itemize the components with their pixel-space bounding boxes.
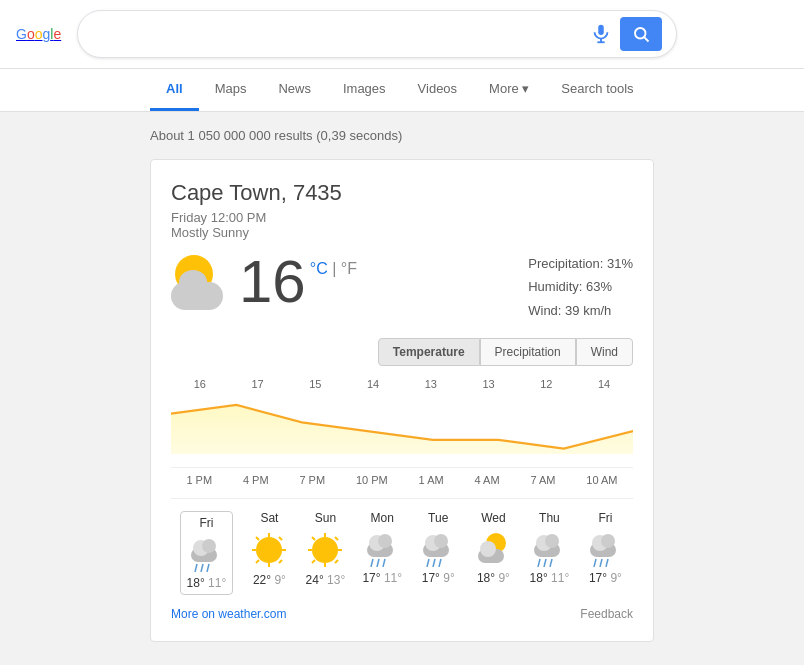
cloud-icon	[171, 282, 223, 310]
svg-point-38	[434, 534, 448, 548]
svg-line-4	[645, 37, 649, 41]
forecast-day-sat[interactable]: Sat 22° 9°	[250, 511, 288, 595]
result-stats: About 1 050 000 000 results (0,39 second…	[150, 128, 654, 143]
svg-point-8	[202, 539, 216, 553]
svg-line-10	[201, 564, 203, 572]
tab-videos[interactable]: Videos	[402, 69, 474, 111]
svg-point-21	[312, 537, 338, 563]
forecast-day-fri2[interactable]: Fri 17° 9°	[586, 511, 624, 595]
svg-line-11	[207, 564, 209, 572]
svg-point-53	[601, 534, 615, 548]
forecast-day-wed[interactable]: Wed 18° 9°	[474, 511, 512, 595]
svg-rect-0	[598, 25, 604, 35]
logo-g: G	[16, 26, 27, 42]
logo-e: e	[53, 26, 61, 42]
metric-tabs: Temperature Precipitation Wind	[171, 338, 633, 366]
weather-card: Cape Town, 7435 Friday 12:00 PM Mostly S…	[150, 159, 654, 642]
logo-o1: o	[27, 26, 35, 42]
nav-tabs: All Maps News Images Videos More ▾ Searc…	[0, 69, 804, 112]
svg-point-3	[635, 28, 646, 39]
tue-weather-icon	[419, 531, 457, 567]
weather-right: Precipitation: 31% Humidity: 63% Wind: 3…	[528, 252, 633, 322]
svg-line-26	[312, 537, 315, 540]
weather-left: 16 °C | °F	[171, 252, 357, 312]
weather-location: Cape Town, 7435	[171, 180, 633, 206]
svg-point-12	[256, 537, 282, 563]
svg-point-32	[378, 534, 392, 548]
svg-line-39	[427, 559, 429, 567]
svg-line-19	[256, 560, 259, 563]
svg-line-50	[550, 559, 552, 567]
mon-weather-icon	[363, 531, 401, 567]
forecast-day-fri-active[interactable]: Fri 18° 11°	[180, 511, 234, 595]
chart-area: 16 17 15 14 13 13 12 14	[171, 378, 633, 468]
svg-line-17	[256, 537, 259, 540]
mic-icon[interactable]	[590, 23, 612, 45]
google-logo[interactable]: Google	[16, 26, 61, 42]
unit-separator: |	[332, 260, 341, 277]
tab-news[interactable]: News	[262, 69, 327, 111]
svg-point-47	[545, 534, 559, 548]
svg-line-29	[335, 560, 338, 563]
svg-line-9	[195, 564, 197, 572]
svg-line-56	[606, 559, 608, 567]
weather-main: 16 °C | °F Precipitation: 31% Humidity: …	[171, 252, 633, 322]
svg-line-20	[279, 560, 282, 563]
tab-maps[interactable]: Maps	[199, 69, 263, 111]
fri-weather-icon	[187, 536, 225, 572]
forecast-day-tue[interactable]: Tue 17° 9°	[419, 511, 457, 595]
svg-line-27	[335, 537, 338, 540]
svg-line-49	[544, 559, 546, 567]
search-bar: weather	[77, 10, 677, 58]
fahrenheit-link[interactable]: °F	[341, 260, 357, 277]
weather-footer: More on weather.com Feedback	[171, 607, 633, 621]
forecast-day-thu[interactable]: Thu 18° 11°	[530, 511, 570, 595]
temperature-display: 16	[239, 252, 306, 312]
sun-weather-icon	[306, 531, 344, 569]
header: Google weather	[0, 0, 804, 69]
search-button[interactable]	[620, 17, 662, 51]
svg-line-33	[371, 559, 373, 567]
tab-images[interactable]: Images	[327, 69, 402, 111]
more-weather-link[interactable]: More on weather.com	[171, 607, 286, 621]
svg-line-35	[383, 559, 385, 567]
svg-marker-5	[171, 405, 633, 454]
tab-all[interactable]: All	[150, 69, 199, 111]
weather-condition: Mostly Sunny	[171, 225, 633, 240]
weather-time: Friday 12:00 PM	[171, 210, 633, 225]
metric-tab-wind[interactable]: Wind	[576, 338, 633, 366]
svg-line-28	[312, 560, 315, 563]
forecast-day-mon[interactable]: Mon 17° 11°	[362, 511, 402, 595]
fri2-weather-icon	[586, 531, 624, 567]
search-input[interactable]: weather	[92, 25, 590, 43]
weather-icon	[171, 255, 231, 310]
svg-line-34	[377, 559, 379, 567]
main-content: About 1 050 000 000 results (0,39 second…	[0, 112, 804, 658]
svg-line-48	[538, 559, 540, 567]
chart-temp-labels: 16 17 15 14 13 13 12 14	[171, 378, 633, 390]
svg-point-44	[480, 541, 496, 557]
sat-weather-icon	[250, 531, 288, 569]
temp-units: °C | °F	[310, 260, 357, 278]
svg-line-40	[433, 559, 435, 567]
search-icon	[632, 25, 650, 43]
svg-line-41	[439, 559, 441, 567]
forecast-day-sun[interactable]: Sun 24° 13°	[306, 511, 346, 595]
wind-info: Wind: 39 km/h	[528, 299, 633, 322]
wed-weather-icon	[474, 531, 512, 567]
metric-tab-precipitation[interactable]: Precipitation	[480, 338, 576, 366]
svg-line-55	[600, 559, 602, 567]
celsius-link[interactable]: °C	[310, 260, 328, 277]
metric-tab-temperature[interactable]: Temperature	[378, 338, 480, 366]
tab-search-tools[interactable]: Search tools	[545, 69, 649, 111]
svg-line-54	[594, 559, 596, 567]
humidity-info: Humidity: 63%	[528, 275, 633, 298]
svg-line-18	[279, 537, 282, 540]
chart-time-labels: 1 PM 4 PM 7 PM 10 PM 1 AM 4 AM 7 AM 10 A…	[171, 474, 633, 486]
precipitation-info: Precipitation: 31%	[528, 252, 633, 275]
feedback-link[interactable]: Feedback	[580, 607, 633, 621]
temperature-chart	[171, 394, 633, 454]
thu-weather-icon	[530, 531, 568, 567]
tab-more[interactable]: More ▾	[473, 69, 545, 111]
day-forecast: Fri 18° 11° Sat	[171, 498, 633, 595]
